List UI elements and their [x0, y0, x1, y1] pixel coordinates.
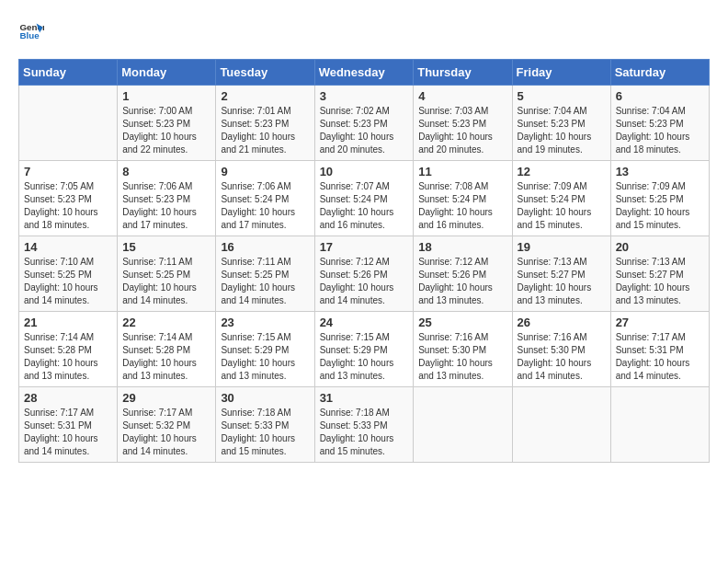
day-number: 4 — [418, 89, 506, 103]
day-cell: 7Sunrise: 7:05 AM Sunset: 5:23 PM Daylig… — [19, 161, 118, 236]
day-cell: 23Sunrise: 7:15 AM Sunset: 5:29 PM Dayli… — [216, 312, 314, 387]
day-info: Sunrise: 7:10 AM Sunset: 5:25 PM Dayligh… — [24, 256, 112, 307]
day-cell: 8Sunrise: 7:06 AM Sunset: 5:23 PM Daylig… — [118, 161, 216, 236]
day-info: Sunrise: 7:09 AM Sunset: 5:24 PM Dayligh… — [518, 180, 606, 232]
header-cell-thursday: Thursday — [414, 60, 512, 86]
day-number: 12 — [518, 165, 606, 178]
day-number: 16 — [221, 240, 309, 254]
day-number: 20 — [616, 240, 704, 254]
day-info: Sunrise: 7:14 AM Sunset: 5:28 PM Dayligh… — [24, 331, 112, 383]
day-info: Sunrise: 7:00 AM Sunset: 5:23 PM Dayligh… — [122, 105, 210, 156]
header-cell-saturday: Saturday — [610, 60, 709, 86]
day-info: Sunrise: 7:16 AM Sunset: 5:30 PM Dayligh… — [518, 331, 606, 383]
week-row-3: 14Sunrise: 7:10 AM Sunset: 5:25 PM Dayli… — [19, 236, 710, 312]
day-cell: 9Sunrise: 7:06 AM Sunset: 5:24 PM Daylig… — [216, 161, 314, 236]
day-number: 19 — [518, 240, 606, 254]
day-info: Sunrise: 7:09 AM Sunset: 5:25 PM Dayligh… — [616, 180, 704, 232]
header-cell-tuesday: Tuesday — [216, 60, 314, 86]
day-number: 10 — [320, 165, 409, 178]
day-number: 27 — [616, 316, 704, 329]
day-cell: 12Sunrise: 7:09 AM Sunset: 5:24 PM Dayli… — [512, 161, 610, 236]
day-number: 25 — [418, 316, 506, 329]
day-cell: 25Sunrise: 7:16 AM Sunset: 5:30 PM Dayli… — [414, 312, 512, 387]
day-number: 22 — [122, 316, 210, 329]
day-number: 8 — [122, 165, 210, 178]
day-cell: 1Sunrise: 7:00 AM Sunset: 5:23 PM Daylig… — [118, 86, 216, 161]
day-info: Sunrise: 7:04 AM Sunset: 5:23 PM Dayligh… — [616, 105, 704, 156]
day-info: Sunrise: 7:13 AM Sunset: 5:27 PM Dayligh… — [616, 256, 704, 307]
header-row: SundayMondayTuesdayWednesdayThursdayFrid… — [19, 60, 710, 86]
day-info: Sunrise: 7:04 AM Sunset: 5:23 PM Dayligh… — [518, 105, 606, 156]
day-cell: 6Sunrise: 7:04 AM Sunset: 5:23 PM Daylig… — [610, 86, 709, 161]
day-info: Sunrise: 7:18 AM Sunset: 5:33 PM Dayligh… — [320, 407, 409, 458]
day-info: Sunrise: 7:06 AM Sunset: 5:23 PM Dayligh… — [122, 180, 210, 232]
day-info: Sunrise: 7:14 AM Sunset: 5:28 PM Dayligh… — [122, 331, 210, 383]
header-cell-friday: Friday — [512, 60, 610, 86]
week-row-5: 28Sunrise: 7:17 AM Sunset: 5:31 PM Dayli… — [19, 387, 710, 463]
week-row-1: 1Sunrise: 7:00 AM Sunset: 5:23 PM Daylig… — [19, 86, 710, 161]
day-number: 23 — [221, 316, 309, 329]
header-cell-wednesday: Wednesday — [314, 60, 414, 86]
day-info: Sunrise: 7:12 AM Sunset: 5:26 PM Dayligh… — [320, 256, 409, 307]
header-cell-sunday: Sunday — [19, 60, 118, 86]
day-cell: 27Sunrise: 7:17 AM Sunset: 5:31 PM Dayli… — [610, 312, 709, 387]
day-cell: 4Sunrise: 7:03 AM Sunset: 5:23 PM Daylig… — [414, 86, 512, 161]
day-cell: 10Sunrise: 7:07 AM Sunset: 5:24 PM Dayli… — [314, 161, 414, 236]
day-cell: 19Sunrise: 7:13 AM Sunset: 5:27 PM Dayli… — [512, 236, 610, 312]
day-number: 1 — [122, 89, 210, 103]
day-info: Sunrise: 7:18 AM Sunset: 5:33 PM Dayligh… — [221, 407, 309, 458]
day-cell: 2Sunrise: 7:01 AM Sunset: 5:23 PM Daylig… — [216, 86, 314, 161]
day-cell: 29Sunrise: 7:17 AM Sunset: 5:32 PM Dayli… — [118, 387, 216, 463]
day-cell — [414, 387, 512, 463]
day-info: Sunrise: 7:12 AM Sunset: 5:26 PM Dayligh… — [418, 256, 506, 307]
day-info: Sunrise: 7:11 AM Sunset: 5:25 PM Dayligh… — [122, 256, 210, 307]
day-info: Sunrise: 7:03 AM Sunset: 5:23 PM Dayligh… — [418, 105, 506, 156]
day-number: 21 — [24, 316, 112, 329]
logo: General Blue — [18, 18, 44, 44]
day-number: 29 — [122, 391, 210, 405]
day-cell: 14Sunrise: 7:10 AM Sunset: 5:25 PM Dayli… — [19, 236, 118, 312]
day-number: 26 — [518, 316, 606, 329]
day-number: 6 — [616, 89, 704, 103]
day-info: Sunrise: 7:16 AM Sunset: 5:30 PM Dayligh… — [418, 331, 506, 383]
day-number: 3 — [320, 89, 409, 103]
day-info: Sunrise: 7:07 AM Sunset: 5:24 PM Dayligh… — [320, 180, 409, 232]
day-cell: 28Sunrise: 7:17 AM Sunset: 5:31 PM Dayli… — [19, 387, 118, 463]
logo-icon: General Blue — [18, 18, 44, 44]
day-number: 2 — [221, 89, 309, 103]
day-info: Sunrise: 7:17 AM Sunset: 5:31 PM Dayligh… — [24, 407, 112, 458]
day-number: 18 — [418, 240, 506, 254]
day-info: Sunrise: 7:05 AM Sunset: 5:23 PM Dayligh… — [24, 180, 112, 232]
day-cell: 15Sunrise: 7:11 AM Sunset: 5:25 PM Dayli… — [118, 236, 216, 312]
day-number: 14 — [24, 240, 112, 254]
day-info: Sunrise: 7:15 AM Sunset: 5:29 PM Dayligh… — [221, 331, 309, 383]
day-cell: 5Sunrise: 7:04 AM Sunset: 5:23 PM Daylig… — [512, 86, 610, 161]
week-row-2: 7Sunrise: 7:05 AM Sunset: 5:23 PM Daylig… — [19, 161, 710, 236]
day-cell: 26Sunrise: 7:16 AM Sunset: 5:30 PM Dayli… — [512, 312, 610, 387]
day-cell: 17Sunrise: 7:12 AM Sunset: 5:26 PM Dayli… — [314, 236, 414, 312]
day-cell: 21Sunrise: 7:14 AM Sunset: 5:28 PM Dayli… — [19, 312, 118, 387]
day-number: 31 — [320, 391, 409, 405]
day-number: 13 — [616, 165, 704, 178]
day-info: Sunrise: 7:11 AM Sunset: 5:25 PM Dayligh… — [221, 256, 309, 307]
day-cell: 13Sunrise: 7:09 AM Sunset: 5:25 PM Dayli… — [610, 161, 709, 236]
day-number: 11 — [418, 165, 506, 178]
day-number: 30 — [221, 391, 309, 405]
day-info: Sunrise: 7:17 AM Sunset: 5:32 PM Dayligh… — [122, 407, 210, 458]
header-cell-monday: Monday — [118, 60, 216, 86]
day-info: Sunrise: 7:15 AM Sunset: 5:29 PM Dayligh… — [320, 331, 409, 383]
day-cell: 11Sunrise: 7:08 AM Sunset: 5:24 PM Dayli… — [414, 161, 512, 236]
day-info: Sunrise: 7:06 AM Sunset: 5:24 PM Dayligh… — [221, 180, 309, 232]
day-cell — [512, 387, 610, 463]
day-info: Sunrise: 7:01 AM Sunset: 5:23 PM Dayligh… — [221, 105, 309, 156]
week-row-4: 21Sunrise: 7:14 AM Sunset: 5:28 PM Dayli… — [19, 312, 710, 387]
day-info: Sunrise: 7:08 AM Sunset: 5:24 PM Dayligh… — [418, 180, 506, 232]
day-number: 17 — [320, 240, 409, 254]
day-cell: 22Sunrise: 7:14 AM Sunset: 5:28 PM Dayli… — [118, 312, 216, 387]
page-header: General Blue — [18, 18, 710, 44]
day-number: 7 — [24, 165, 112, 178]
day-number: 9 — [221, 165, 309, 178]
svg-text:Blue: Blue — [19, 30, 40, 40]
day-cell: 3Sunrise: 7:02 AM Sunset: 5:23 PM Daylig… — [314, 86, 414, 161]
day-number: 15 — [122, 240, 210, 254]
